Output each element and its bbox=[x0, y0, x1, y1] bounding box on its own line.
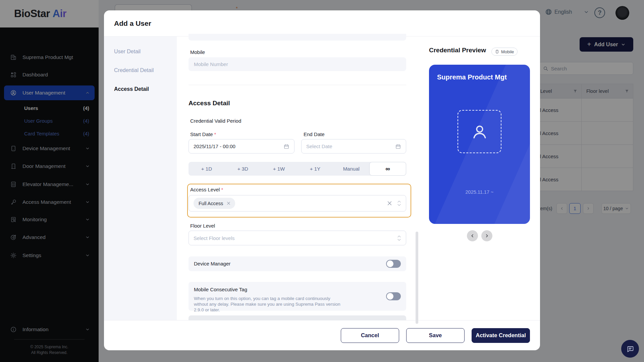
credential-valid-from-date: 2025.11.17 ~ bbox=[429, 189, 530, 195]
credential-card: Suprema Product Mgt 2025.11.17 ~ bbox=[429, 65, 530, 224]
activate-credential-button[interactable]: Activate Credential bbox=[472, 328, 530, 343]
mobile-consecutive-tag-label: Mobile Consecutive Tag bbox=[194, 287, 247, 292]
mobile-consecutive-tag-row: Mobile Consecutive Tag When you turn on … bbox=[189, 282, 406, 311]
select-arrows-icon[interactable] bbox=[397, 235, 401, 241]
floor-level-field[interactable] bbox=[189, 231, 406, 245]
modal-title: Add a User bbox=[104, 10, 540, 36]
photo-placeholder[interactable] bbox=[458, 110, 501, 153]
access-level-label: Access Level* bbox=[190, 187, 223, 192]
required-marker: * bbox=[214, 131, 216, 137]
card-prev-button[interactable] bbox=[467, 230, 478, 241]
calendar-icon[interactable] bbox=[283, 143, 289, 149]
tab-credential-detail[interactable]: Credential Detail bbox=[114, 65, 154, 75]
card-next-button[interactable] bbox=[481, 230, 492, 241]
floor-level-input[interactable] bbox=[194, 235, 392, 241]
end-date-input[interactable] bbox=[306, 143, 395, 149]
access-level-tag-chip: Full Access bbox=[194, 198, 235, 209]
credential-card-title: Suprema Product Mgt bbox=[437, 73, 507, 81]
chevron-left-icon bbox=[470, 234, 475, 238]
mobile-phone-icon bbox=[495, 49, 499, 54]
app-root: BioStar Air Suprema Product Mgt Dashboar… bbox=[0, 0, 644, 362]
modal-footer: Cancel Save Activate Credential bbox=[104, 320, 540, 350]
duration-option-1w[interactable]: + 1W bbox=[261, 162, 297, 176]
chevron-right-icon bbox=[485, 234, 489, 238]
select-arrows-icon[interactable] bbox=[397, 200, 401, 206]
clear-icon[interactable] bbox=[387, 200, 392, 206]
scrolled-field-remnant bbox=[189, 34, 406, 41]
next-section-edge bbox=[189, 315, 406, 320]
form-divider bbox=[189, 85, 406, 85]
start-date-input[interactable] bbox=[194, 143, 283, 149]
mobile-consecutive-tag-description: When you turn on this option, you can ta… bbox=[194, 296, 345, 313]
credential-preview-panel: Credential Preview Mobile Suprema Produc… bbox=[421, 37, 540, 320]
device-manager-toggle[interactable] bbox=[386, 260, 401, 268]
mobile-field[interactable] bbox=[189, 57, 406, 71]
save-button[interactable]: Save bbox=[406, 328, 465, 343]
mobile-input[interactable] bbox=[194, 61, 401, 67]
add-user-modal: Add a User User Detail Credential Detail… bbox=[104, 10, 540, 350]
mobile-label: Mobile bbox=[190, 49, 205, 55]
credential-preview-title: Credential Preview bbox=[429, 47, 486, 54]
floor-level-label: Floor Level bbox=[190, 223, 215, 229]
person-icon bbox=[469, 121, 490, 142]
cancel-button[interactable]: Cancel bbox=[341, 328, 399, 343]
mobile-consecutive-tag-toggle[interactable] bbox=[386, 292, 401, 300]
device-manager-row: Device Manager bbox=[189, 256, 406, 271]
credential-valid-period-label: Credential Valid Period bbox=[190, 118, 241, 124]
access-level-field[interactable]: Full Access bbox=[189, 195, 406, 212]
chat-button[interactable] bbox=[621, 340, 639, 358]
start-date-label: Start Date* bbox=[190, 131, 216, 137]
required-marker: * bbox=[221, 187, 223, 192]
duration-option-3d[interactable]: + 3D bbox=[225, 162, 261, 176]
tab-user-detail[interactable]: User Detail bbox=[114, 47, 141, 57]
duration-segment-control: + 1D + 3D + 1W + 1Y Manual ∞ bbox=[189, 162, 406, 176]
toggle-knob bbox=[387, 293, 393, 300]
end-date-label: End Date bbox=[304, 131, 325, 137]
access-detail-heading: Access Detail bbox=[189, 100, 230, 107]
remove-tag-icon[interactable] bbox=[226, 201, 231, 205]
device-manager-label: Device Manager bbox=[194, 261, 230, 266]
duration-option-1d[interactable]: + 1D bbox=[189, 162, 225, 176]
end-date-field[interactable] bbox=[301, 139, 406, 154]
toggle-knob bbox=[387, 260, 393, 267]
calendar-icon[interactable] bbox=[395, 143, 401, 149]
chat-bubble-icon bbox=[626, 345, 634, 353]
start-date-field[interactable] bbox=[189, 139, 294, 154]
form-scrollbar[interactable] bbox=[416, 232, 418, 324]
modal-form: Mobile Access Detail Credential Valid Pe… bbox=[177, 37, 421, 320]
duration-option-1y[interactable]: + 1Y bbox=[297, 162, 333, 176]
modal-nav: User Detail Credential Detail Access Det… bbox=[104, 37, 177, 320]
duration-option-infinite[interactable]: ∞ bbox=[369, 162, 406, 176]
modal-body: User Detail Credential Detail Access Det… bbox=[104, 36, 540, 320]
credential-type-badge: Mobile bbox=[491, 48, 518, 56]
tab-access-detail[interactable]: Access Detail bbox=[114, 84, 149, 94]
duration-option-manual[interactable]: Manual bbox=[333, 162, 369, 176]
